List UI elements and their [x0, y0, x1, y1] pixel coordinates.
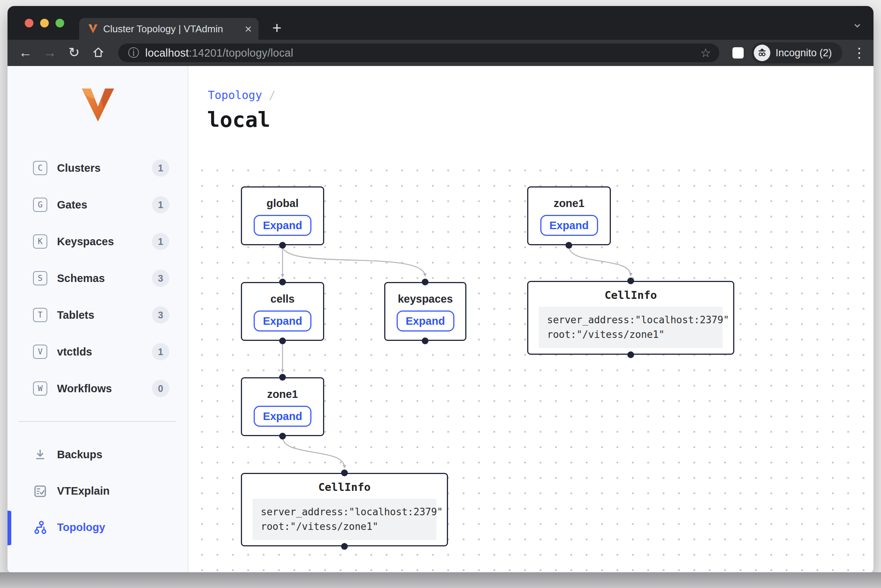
document-check-icon [32, 484, 48, 498]
vtctlds-letter-icon: V [33, 345, 47, 359]
browser-toolbar: ← → ↻ ⓘ localhost:14201/topology/local ☆ [8, 40, 873, 66]
expand-button[interactable]: Expand [254, 310, 311, 332]
node-cellinfo-bottom[interactable]: CellInfo server_address:"localhost:2379"… [241, 473, 448, 546]
main-area: Topology/ local global Expand zone1 Expa… [188, 66, 873, 573]
new-tab-button[interactable]: + [268, 20, 286, 38]
tablets-letter-icon: T [33, 308, 47, 322]
expand-button[interactable]: Expand [397, 310, 454, 332]
browser-tab[interactable]: Cluster Topology | VTAdmin × [79, 18, 259, 40]
breadcrumb-separator: / [269, 88, 276, 102]
expand-button[interactable]: Expand [254, 215, 311, 236]
incognito-avatar [754, 45, 770, 61]
sidebar-item-label: Backups [57, 448, 102, 461]
topology-canvas[interactable]: global Expand zone1 Expand cells Expand … [188, 160, 873, 573]
close-tab-icon[interactable]: × [245, 23, 252, 35]
sidebar-item-gates[interactable]: G Gates 1 [8, 186, 188, 223]
incognito-icon [756, 47, 768, 58]
node-title: CellInfo [242, 481, 447, 494]
vitess-favicon [88, 24, 98, 34]
count-badge: 1 [152, 233, 169, 250]
expand-button[interactable]: Expand [540, 215, 598, 236]
sidebar: C Clusters 1 G Gates 1 K Keyspaces 1 S S… [8, 66, 188, 573]
home-button[interactable] [89, 43, 108, 62]
reload-button[interactable]: ↻ [64, 43, 84, 62]
close-window-button[interactable] [25, 19, 33, 27]
page-title: local [207, 107, 271, 132]
forward-button[interactable]: → [40, 43, 60, 62]
bookmark-star-icon[interactable]: ☆ [700, 46, 711, 60]
count-badge: 0 [152, 380, 169, 397]
url-bar[interactable]: ⓘ localhost:14201/topology/local ☆ [118, 44, 719, 62]
chevron-down-icon[interactable]: ⌄ [852, 15, 863, 31]
breadcrumb: Topology/ [208, 88, 276, 102]
incognito-badge[interactable]: Incognito (2) [752, 42, 842, 63]
count-badge: 1 [152, 343, 169, 360]
sidebar-item-clusters[interactable]: C Clusters 1 [8, 150, 188, 186]
page-content: C Clusters 1 G Gates 1 K Keyspaces 1 S S… [8, 66, 873, 573]
sidebar-item-vtctlds[interactable]: V vtctlds 1 [8, 333, 188, 370]
sidebar-item-tablets[interactable]: T Tablets 3 [8, 297, 188, 333]
gates-letter-icon: G [33, 198, 47, 212]
breadcrumb-topology-link[interactable]: Topology [208, 88, 262, 102]
cellinfo-line: root:"/vitess/zone1" [261, 521, 378, 532]
edge-zone1-cellinfo-bottom [283, 437, 344, 468]
cellinfo-line: root:"/vitess/zone1" [547, 329, 665, 340]
node-cellinfo-zone1[interactable]: CellInfo server_address:"localhost:2379"… [527, 281, 734, 355]
home-icon [92, 46, 105, 59]
vitess-logo [82, 88, 114, 123]
keyspaces-letter-icon: K [33, 234, 47, 249]
sidebar-item-vtexplain[interactable]: VTExplain [8, 473, 188, 509]
sidebar-item-label: Workflows [57, 382, 112, 395]
side-panel-icon[interactable] [732, 47, 744, 58]
node-keyspaces[interactable]: keyspaces Expand [384, 282, 466, 341]
browser-window: Cluster Topology | VTAdmin × + ⌄ ← → ↻ ⓘ… [8, 6, 873, 573]
sidebar-item-schemas[interactable]: S Schemas 3 [8, 260, 188, 297]
edge-zone1-cellinfo [569, 246, 631, 276]
sidebar-item-label: Gates [57, 199, 87, 211]
tab-bar: Cluster Topology | VTAdmin × + ⌄ [8, 6, 873, 40]
node-title: CellInfo [528, 289, 733, 302]
node-label: global [242, 197, 323, 210]
download-icon [32, 448, 48, 462]
count-badge: 3 [152, 306, 169, 324]
node-zone1-top[interactable]: zone1 Expand [527, 186, 611, 245]
tab-title: Cluster Topology | VTAdmin [103, 23, 223, 35]
count-badge: 1 [152, 159, 169, 177]
minimize-window-button[interactable] [40, 19, 49, 27]
url-path: :14201/topology/local [189, 47, 293, 59]
cellinfo-code: server_address:"localhost:2379" root:"/v… [539, 307, 723, 348]
cellinfo-line: server_address:"localhost:2379" [261, 506, 443, 518]
sidebar-links: Backups VTExplain [8, 436, 188, 546]
incognito-label: Incognito (2) [776, 47, 832, 59]
browser-menu-button[interactable]: ⋮ [852, 44, 866, 62]
node-label: cells [242, 293, 323, 305]
node-label: zone1 [242, 388, 323, 400]
sidebar-item-label: Schemas [57, 272, 105, 285]
site-info-icon[interactable]: ⓘ [128, 45, 139, 61]
zoom-window-button[interactable] [56, 19, 64, 27]
sidebar-divider [19, 421, 176, 422]
url-text: localhost:14201/topology/local [145, 47, 293, 59]
node-label: zone1 [528, 197, 610, 210]
node-cells[interactable]: cells Expand [241, 282, 324, 341]
sidebar-item-label: Clusters [57, 162, 101, 174]
node-label: keyspaces [385, 293, 465, 305]
sidebar-item-keyspaces[interactable]: K Keyspaces 1 [8, 223, 188, 260]
expand-button[interactable]: Expand [254, 406, 311, 427]
sidebar-item-label: vtctlds [57, 346, 92, 358]
back-button[interactable]: ← [16, 43, 35, 62]
sidebar-item-label: Topology [57, 521, 105, 534]
sidebar-item-backups[interactable]: Backups [8, 436, 188, 473]
cellinfo-line: server_address:"localhost:2379" [547, 314, 729, 326]
edge-global-keyspaces [283, 246, 425, 276]
hierarchy-icon [32, 520, 48, 535]
sidebar-item-workflows[interactable]: W Workflows 0 [8, 370, 188, 407]
count-badge: 3 [152, 270, 169, 287]
sidebar-item-topology[interactable]: Topology [8, 509, 188, 546]
url-host: localhost [145, 47, 189, 59]
node-global[interactable]: global Expand [241, 186, 324, 245]
schemas-letter-icon: S [33, 271, 47, 285]
sidebar-nav: C Clusters 1 G Gates 1 K Keyspaces 1 S S… [8, 150, 188, 407]
sidebar-item-label: Tablets [57, 309, 94, 321]
node-zone1-under-cells[interactable]: zone1 Expand [241, 377, 324, 436]
